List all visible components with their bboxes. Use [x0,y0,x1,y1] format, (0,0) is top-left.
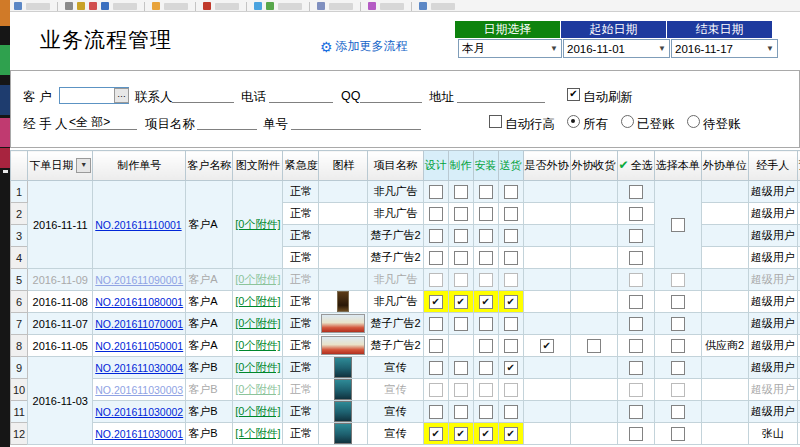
select-all-checkbox[interactable] [629,295,643,309]
make-checkbox[interactable]: ✔ [454,427,468,441]
install-checkbox[interactable] [479,185,493,199]
date-sort-dropdown[interactable]: ▼ [76,158,91,173]
row-number[interactable]: 9 [11,357,28,379]
install-checkbox[interactable] [479,273,493,287]
deliver-checkbox[interactable] [504,207,518,221]
deliver-checkbox[interactable]: ✔ [504,427,518,441]
order-link[interactable]: NO.201611110001 [95,219,181,231]
install-checkbox[interactable] [479,339,493,353]
deliver-checkbox[interactable] [504,405,518,419]
deliver-checkbox[interactable] [504,317,518,331]
docked-item[interactable] [0,148,10,168]
select-order-checkbox[interactable] [671,273,685,287]
order-link[interactable]: NO.201611050001 [95,340,183,352]
design-checkbox[interactable] [429,185,443,199]
select-order-checkbox[interactable] [671,317,685,331]
phone-input[interactable] [269,87,333,103]
select-order-checkbox[interactable] [671,427,685,441]
order-link[interactable]: NO.201611030004 [95,362,183,374]
outsource-receive-checkbox[interactable] [587,339,601,353]
select-all-checkbox[interactable] [629,339,643,353]
select-order-checkbox[interactable] [671,383,685,397]
toolbar-icon[interactable] [101,2,109,10]
row-number[interactable]: 2 [11,203,28,225]
toolbar-icon[interactable] [65,2,73,10]
row-number[interactable]: 1 [11,181,28,203]
make-checkbox[interactable] [454,361,468,375]
contact-input[interactable] [172,87,234,103]
attachment-link[interactable]: [0个附件] [235,273,280,285]
make-checkbox[interactable] [454,207,468,221]
row-number[interactable]: 12 [11,423,28,445]
design-checkbox[interactable] [429,361,443,375]
customer-lookup-button[interactable]: … [114,88,129,103]
row-number[interactable]: 11 [11,401,28,423]
select-all-checkbox[interactable] [629,317,643,331]
row-number[interactable]: 7 [11,313,28,335]
order-link[interactable]: NO.201611070001 [95,318,183,330]
order-link[interactable]: NO.201611030003 [95,384,183,396]
attachment-link[interactable]: [0个附件] [235,383,280,395]
deliver-checkbox[interactable] [504,185,518,199]
install-checkbox[interactable] [479,251,493,265]
row-number[interactable]: 10 [11,379,28,401]
install-checkbox[interactable] [479,207,493,221]
install-checkbox[interactable] [479,317,493,331]
attachment-link[interactable]: [0个附件] [235,295,280,307]
select-all-checkbox[interactable] [629,405,643,419]
install-checkbox[interactable] [479,229,493,243]
radio-all[interactable] [567,115,580,128]
docked-item[interactable] [0,0,10,26]
design-checkbox[interactable]: ✔ [429,427,443,441]
toolbar-icon[interactable] [203,2,211,10]
select-all-checkbox[interactable] [629,251,643,265]
toolbar-icon[interactable] [254,2,262,10]
order-link[interactable]: NO.201611030001 [95,428,183,440]
make-checkbox[interactable] [454,383,468,397]
attachment-link[interactable]: [0个附件] [235,405,280,417]
make-checkbox[interactable] [454,185,468,199]
install-checkbox[interactable] [479,383,493,397]
auto-refresh-checkbox[interactable]: ✔ [567,88,580,101]
toolbar-icon[interactable] [368,2,376,10]
select-all-checkbox[interactable] [629,361,643,375]
attachment-link[interactable]: [0个附件] [235,218,280,230]
docked-item[interactable] [0,85,10,115]
design-checkbox[interactable]: ✔ [429,295,443,309]
make-checkbox[interactable] [454,251,468,265]
select-order-checkbox[interactable] [671,339,685,353]
toolbar-icon[interactable] [152,2,160,10]
deliver-checkbox[interactable]: ✔ [504,295,518,309]
sample-thumbnail[interactable] [321,336,365,355]
make-checkbox[interactable]: ✔ [454,295,468,309]
address-input[interactable] [457,87,545,103]
attachment-link[interactable]: [0个附件] [235,317,280,329]
row-number[interactable]: 3 [11,225,28,247]
design-checkbox[interactable] [429,207,443,221]
deliver-checkbox[interactable]: ✔ [504,361,518,375]
sample-thumbnail[interactable] [337,291,349,312]
order-no-input[interactable] [291,114,421,130]
sample-thumbnail[interactable] [334,423,352,444]
attachment-link[interactable]: [0个附件] [235,361,280,373]
sample-thumbnail[interactable] [334,401,352,422]
deliver-checkbox[interactable] [504,383,518,397]
row-number[interactable]: 6 [11,291,28,313]
end-date-select[interactable]: 2016-11-17 ▼ [671,39,778,58]
select-order-checkbox[interactable] [671,295,685,309]
select-order-checkbox[interactable] [671,405,685,419]
row-number[interactable]: 5 [11,269,28,291]
docked-item[interactable] [0,45,10,75]
design-checkbox[interactable] [429,273,443,287]
row-number[interactable]: 4 [11,247,28,269]
install-checkbox[interactable] [479,361,493,375]
docked-taskbar-strip[interactable] [0,0,10,447]
start-date-select[interactable]: 2016-11-01 ▼ [563,39,670,58]
toolbar-icon[interactable] [317,2,325,10]
date-range-select[interactable]: 本月 ▼ [458,39,562,58]
design-checkbox[interactable] [429,405,443,419]
select-order-checkbox[interactable] [671,218,685,232]
select-all-checkbox[interactable] [629,185,643,199]
sample-thumbnail[interactable] [334,357,352,378]
select-all-checkbox[interactable] [629,383,643,397]
